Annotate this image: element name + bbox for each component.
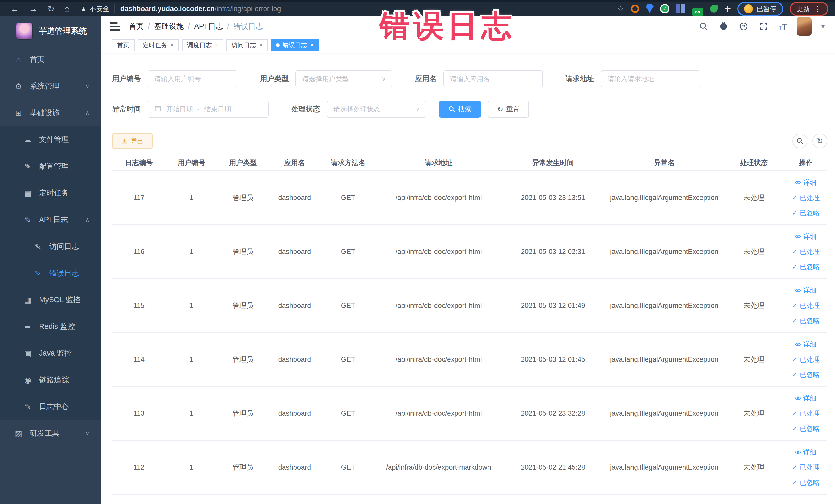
tab-scheduled-jobs[interactable]: 定时任务× — [138, 39, 179, 51]
sidebar-item-access-log[interactable]: ✎访问日志 — [0, 233, 101, 260]
screen-icon: ▣ — [23, 349, 33, 358]
detail-link[interactable]: 详细 — [795, 394, 816, 403]
tab-home[interactable]: 首页 — [112, 39, 135, 51]
close-icon[interactable]: × — [215, 42, 218, 48]
search-icon[interactable] — [698, 21, 709, 32]
profile-paused-badge[interactable]: 已暂停 — [737, 2, 783, 16]
sidebar-item-java-monitor[interactable]: ▣Java 监控 — [0, 340, 101, 367]
ignored-link[interactable]: ✓已忽略 — [792, 370, 820, 379]
sidebar-item-redis-monitor[interactable]: ≣Redis 监控 — [0, 313, 101, 340]
sidebar-item-scheduled-jobs[interactable]: ▤定时任务 — [0, 180, 101, 206]
processed-link[interactable]: ✓已处理 — [792, 463, 820, 472]
sidebar-item-home[interactable]: ⌂首页 — [0, 46, 101, 73]
date-separator: - — [197, 105, 200, 113]
tab-access-log[interactable]: 访问日志× — [226, 39, 268, 51]
close-icon[interactable]: × — [310, 42, 314, 48]
user-type-select[interactable]: 请选择用户类型 ∨ — [296, 70, 392, 87]
column-header: 应用名 — [269, 158, 320, 167]
reset-button[interactable]: ↻ 重置 — [488, 101, 529, 118]
forward-icon[interactable]: → — [29, 4, 38, 13]
breadcrumb-item[interactable]: API 日志 — [194, 21, 223, 32]
detail-link[interactable]: 详细 — [795, 448, 816, 457]
home-icon[interactable]: ⌂ — [64, 4, 70, 13]
sidebar-item-file-mgmt[interactable]: ☁文件管理 — [0, 126, 101, 153]
sidebar-item-system-mgmt[interactable]: ⚙系统管理∨ — [0, 73, 101, 100]
sidebar-toggle-icon[interactable] — [110, 22, 120, 31]
browser-menu-icon[interactable]: ⋮ — [813, 4, 822, 13]
detail-link[interactable]: 详细 — [795, 286, 816, 295]
close-icon[interactable]: × — [170, 42, 174, 48]
sidebar-item-config-mgmt[interactable]: ✎配置管理 — [0, 153, 101, 180]
chevron-down-icon[interactable]: ▾ — [821, 23, 825, 31]
ignored-link[interactable]: ✓已忽略 — [792, 424, 820, 433]
paused-label: 已暂停 — [756, 4, 776, 13]
extensions-puzzle-icon[interactable]: ✚ — [725, 4, 731, 13]
github-icon[interactable] — [718, 21, 729, 32]
docs-help-icon[interactable]: ? — [738, 21, 749, 32]
security-label[interactable]: 不安全 — [89, 4, 109, 13]
ignored-link[interactable]: ✓已忽略 — [792, 316, 820, 325]
detail-link[interactable]: 详细 — [795, 178, 816, 187]
sidebar-item-error-log[interactable]: ✎错误日志 — [0, 260, 101, 286]
tab-error-log[interactable]: 错误日志× — [271, 39, 319, 51]
app-name-input[interactable] — [443, 70, 543, 87]
tab-schedule-log[interactable]: 调度日志× — [182, 39, 223, 51]
ignored-link[interactable]: ✓已忽略 — [792, 208, 820, 218]
sidebar-item-log-center[interactable]: ✎日志中心 — [0, 394, 101, 420]
toggle-search-button[interactable] — [792, 134, 807, 148]
extension-icon-on-switch[interactable]: on — [692, 8, 703, 16]
sidebar-item-label: 链路追踪 — [39, 375, 69, 385]
back-icon[interactable]: ← — [10, 4, 19, 13]
request-url-input[interactable] — [601, 70, 700, 87]
refresh-button[interactable]: ↻ — [812, 134, 827, 148]
extension-icon-orange[interactable] — [631, 5, 639, 13]
cell-actions: 详细✓已处理✓已忽略 — [785, 340, 827, 379]
fullscreen-icon[interactable] — [758, 21, 769, 32]
extension-icon-shield[interactable] — [646, 4, 653, 13]
close-icon[interactable]: × — [259, 42, 263, 48]
check-icon: ✓ — [792, 209, 797, 217]
breadcrumb-item[interactable]: 首页 — [129, 21, 144, 32]
processed-link[interactable]: ✓已处理 — [792, 355, 820, 364]
sidebar-item-api-log[interactable]: ✎API 日志∧ — [0, 206, 101, 233]
search-button[interactable]: 搜索 — [439, 101, 481, 118]
processed-link[interactable]: ✓已处理 — [792, 301, 820, 310]
export-button[interactable]: 导出 — [112, 133, 153, 149]
bookmark-star-icon[interactable]: ☆ — [617, 4, 624, 13]
processed-link[interactable]: ✓已处理 — [792, 409, 820, 418]
sidebar-item-trace[interactable]: ◉链路追踪 — [0, 367, 101, 394]
check-icon: ✓ — [792, 425, 797, 432]
ignored-link[interactable]: ✓已忽略 — [792, 478, 820, 487]
address-bar[interactable]: dashboard.yudao.iocoder.cn/infra/log/api… — [120, 5, 281, 13]
process-status-select[interactable]: 请选择处理状态 ∨ — [327, 101, 426, 118]
processed-link[interactable]: ✓已处理 — [792, 247, 820, 256]
action-label: 已处理 — [799, 463, 820, 472]
processed-link[interactable]: ✓已处理 — [792, 193, 820, 202]
sidebar-item-dev-tools[interactable]: ▨研发工具∨ — [0, 420, 101, 447]
breadcrumb-item[interactable]: 基础设施 — [154, 21, 184, 32]
cell-time: 2021-05-03 12:01:49 — [501, 302, 605, 310]
extension-icon-leaf[interactable] — [710, 5, 718, 13]
detail-link[interactable]: 详细 — [795, 232, 816, 241]
cell-user_id: 1 — [166, 356, 218, 364]
layers-icon: ≣ — [23, 322, 33, 331]
logo-image — [16, 23, 33, 40]
sidebar-logo[interactable]: 芋道管理系统 — [0, 16, 101, 46]
ignored-link[interactable]: ✓已忽略 — [792, 262, 820, 271]
update-button[interactable]: 更新 ⋮ — [790, 2, 828, 16]
extension-icon-grid[interactable] — [676, 4, 685, 13]
cell-url: /api/infra/db-doc/export-markdown — [376, 463, 501, 471]
font-size-icon[interactable]: TT — [778, 22, 787, 32]
user-id-input[interactable] — [148, 70, 238, 87]
extension-icon-check[interactable]: ✓ — [660, 4, 669, 13]
security-warning-icon[interactable]: ▲ — [80, 5, 87, 13]
cell-exception: java.lang.IllegalArgumentException — [605, 463, 724, 471]
sidebar-item-infrastructure[interactable]: ⊞基础设施∧ — [0, 100, 101, 126]
reload-icon[interactable]: ↻ — [47, 4, 55, 13]
user-avatar[interactable] — [797, 17, 812, 36]
date-range-picker[interactable]: 开始日期 - 结束日期 — [148, 101, 269, 118]
detail-link[interactable]: 详细 — [795, 340, 816, 349]
sidebar-item-mysql-monitor[interactable]: ▦MySQL 监控 — [0, 286, 101, 313]
sidebar-item-label: 首页 — [30, 55, 45, 65]
cell-method: GET — [320, 409, 376, 418]
